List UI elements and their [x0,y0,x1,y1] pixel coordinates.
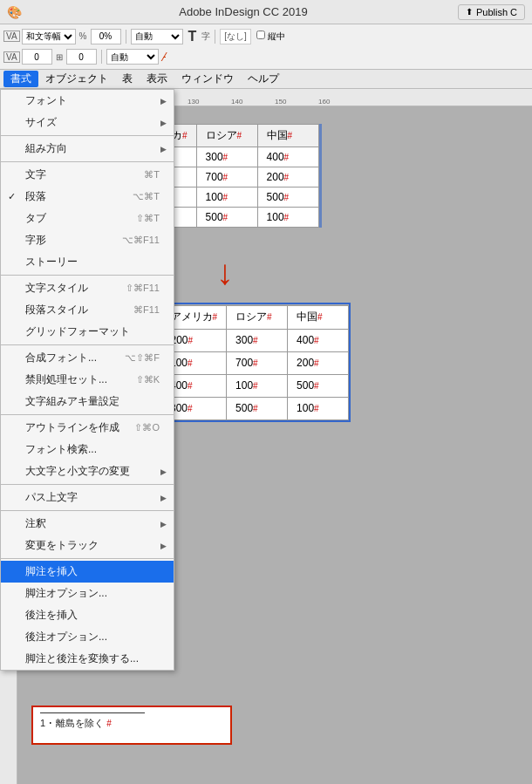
cell: 700# [227,351,288,374]
blue-border-right [319,124,322,228]
percent-input[interactable] [91,29,121,44]
dropdown-menu: フォント サイズ 組み方向 文字 ⌘T 段落 ⌥⌘T タブ ⇧⌘T 字形 ⌥⌘F… [0,89,174,671]
cell: 700# [196,167,257,187]
sep-7 [1,510,174,511]
cell: 200# [257,167,318,187]
header-russia: ロシア# [227,305,288,329]
menu-insert-endnote[interactable]: 後注を挿入 [1,604,174,626]
hash-symbol: # [253,381,258,391]
menu-gridformat[interactable]: グリッドフォーマット [1,321,174,343]
menu-bar: 書式 オブジェクト 表 表示 ウィンドウ ヘルプ フォント サイズ 組み方向 文… [0,70,532,89]
cell: 400# [257,147,318,167]
footnote-line [40,712,145,713]
menu-findfont[interactable]: フォント検索... [1,439,174,460]
cell: 300# [227,329,288,351]
font-label: 字 [201,31,210,43]
menu-pathtext[interactable]: パス上文字 [1,487,174,508]
menu-window[interactable]: ウィンドウ [174,71,241,87]
nashi-label: [なし] [220,29,251,44]
footnote-text: 1 ･ 離島を除く # [40,717,223,730]
auto-select-2[interactable]: 自動 [106,49,159,65]
baseline-input[interactable] [66,49,97,65]
down-arrow: ↓ [216,253,234,292]
hash-symbol: # [223,173,228,182]
vertical-checkbox-label: 縦中 [256,31,285,43]
sep3 [101,50,102,64]
menu-kinsoku[interactable]: 禁則処理セット... ⇧⌘K [1,369,174,391]
menu-table[interactable]: 表 [115,71,140,87]
cell: 500# [288,374,349,397]
footnote-hash: # [106,719,112,728]
sep-8 [1,558,174,559]
menu-charstyle[interactable]: 文字スタイル ⇧⌘F11 [1,277,174,299]
menu-compfont[interactable]: 合成フォント... ⌥⇧⌘F [1,347,174,369]
sep1 [126,30,126,44]
hash-symbol: # [314,404,319,413]
va-label-1: VA [3,31,20,42]
hash-symbol: # [317,312,323,322]
slash-icon: ⁄ [160,50,169,64]
cell: 400# [288,329,349,351]
menu-insert-footnote[interactable]: 脚注を挿入 [1,561,174,583]
percent-icon: % [78,31,89,41]
hash-symbol: # [253,358,258,368]
sep-6 [1,484,174,485]
header-russia: ロシア# [196,125,257,147]
cell: 100# [257,208,318,228]
tracking-input[interactable] [22,49,52,65]
publish-button[interactable]: ⬆ Publish C [458,4,525,20]
toolbar-row-2: VA ⊞ 自動 ⁄ [3,47,529,68]
menu-track[interactable]: 変更をトラック [1,535,174,556]
menu-help[interactable]: ヘルプ [241,71,286,87]
vertical-checkbox[interactable] [256,31,265,39]
sep-5 [1,414,174,415]
cell: 100# [196,187,257,208]
menu-convert-notes[interactable]: 脚注と後注を変換する... [1,648,174,670]
menu-tab[interactable]: タブ ⇧⌘T [1,208,174,229]
hash-symbol: # [223,213,228,222]
header-china: 中国# [288,305,349,329]
menu-object[interactable]: オブジェクト [38,71,115,87]
cell: 500# [257,187,318,208]
menu-changecase[interactable]: 大文字と小文字の変更 [1,460,174,482]
menu-mojikumi[interactable]: 文字組みアキ量設定 [1,391,174,412]
menu-character[interactable]: 文字 ⌘T [1,164,174,186]
menu-view[interactable]: 表示 [140,71,174,87]
menu-story[interactable]: ストーリー [1,251,174,273]
menu-paragraph[interactable]: 段落 ⌥⌘T [1,186,174,208]
menu-footnote-options[interactable]: 脚注オプション... [1,583,174,604]
menu-parastyle[interactable]: 段落スタイル ⌘F11 [1,299,174,321]
grid-icon: ⊞ [54,52,65,62]
cell: 500# [196,208,257,228]
menu-outline[interactable]: アウトラインを作成 ⇧⌘O [1,417,174,439]
cell: 100# [288,397,349,419]
font-style-select[interactable]: 和文等幅 [22,29,76,44]
hash-symbol: # [284,213,290,222]
hash-symbol: # [314,358,319,368]
hash-symbol: # [188,381,193,391]
t-icon: T [185,29,201,44]
menu-shoshiki[interactable]: 書式 [3,71,38,87]
menu-font[interactable]: フォント [1,90,174,112]
hash-symbol: # [253,404,258,413]
toolbar-row-1: VA 和文等幅 % 自動 T 字 [なし] 縦中 [3,26,529,47]
sep-2 [1,161,174,162]
cell: 500# [227,397,288,419]
title-bar: 🎨 Adobe InDesign CC 2019 ⬆ Publish C [0,0,532,24]
sep-1 [1,135,174,136]
sep-3 [1,275,174,276]
menu-endnote-options[interactable]: 後注オプション... [1,626,174,648]
footnote-box: 1 ･ 離島を除く # [31,706,232,745]
menu-note[interactable]: 注釈 [1,513,174,535]
menu-size[interactable]: サイズ [1,112,174,133]
menu-glyph[interactable]: 字形 ⌥⌘F11 [1,229,174,251]
va-label-2: VA [3,51,20,63]
menu-kumikouhou[interactable]: 組み方向 [1,138,174,160]
hash-symbol: # [288,131,293,140]
hash-symbol: # [182,131,188,140]
auto-select-1[interactable]: 自動 [131,29,183,44]
hash-symbol: # [188,404,193,413]
hash-symbol: # [213,312,218,322]
hash-symbol: # [314,336,319,345]
hash-symbol: # [284,173,290,182]
